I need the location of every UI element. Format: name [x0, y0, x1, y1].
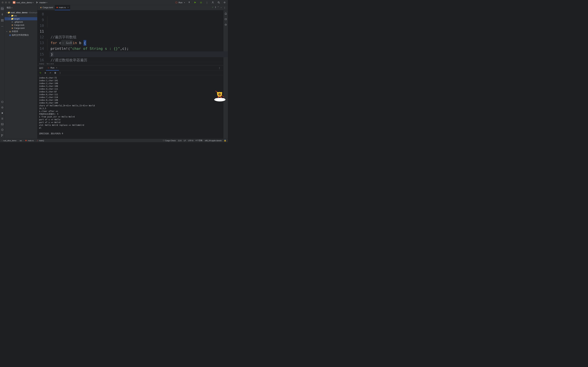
run-panel-options-icon[interactable]: ⋮ — [218, 66, 221, 70]
build-tool-icon[interactable] — [1, 100, 4, 104]
expand-icon[interactable]: ▸ — [9, 15, 11, 17]
more-tools-icon[interactable]: ⋯ — [0, 25, 4, 28]
debug-button[interactable] — [199, 1, 203, 4]
tree-scratches[interactable]: ▧ 临时文件和控制台 — [5, 33, 37, 37]
rust-icon: ⬢ — [25, 140, 27, 142]
tab-label: main.rs — [59, 6, 66, 9]
breadcrumb-file[interactable]: main.rs — [28, 140, 34, 142]
breadcrumb-fn[interactable]: main() — [39, 140, 44, 142]
code-line[interactable]: //遍历字符数组 — [50, 34, 228, 40]
svg-point-3 — [218, 2, 219, 3]
minimize-window-icon[interactable] — [5, 1, 7, 3]
rerun-icon[interactable]: ↻ — [39, 72, 42, 74]
soft-wrap-icon[interactable]: ⤶ — [49, 72, 52, 74]
run-tab-active[interactable]: Run × — [46, 65, 59, 70]
status-indent[interactable]: 4 个空格 — [196, 139, 202, 142]
chevron-down-icon: ▾ — [46, 2, 47, 3]
branch-icon — [36, 1, 38, 4]
tree-root[interactable]: ▾ 📁 rust_slice_demo ~/Desktop/rust — [5, 11, 37, 14]
title-bar: RD rust_slice_demo ▾ master ▾ Run ▾ ⋮ — [0, 0, 228, 5]
tree-src[interactable]: ▸ 📁 src — [5, 14, 37, 17]
status-cargo-check[interactable]: 🛡 Cargo Check — [163, 140, 175, 142]
status-encoding[interactable]: UTF-8 — [188, 140, 193, 142]
expand-icon[interactable]: ▸ — [9, 18, 11, 20]
run-tab-label: Run — [51, 67, 54, 69]
gutter: 8910111213141516 — [37, 10, 46, 62]
search-everywhere-icon[interactable] — [217, 1, 220, 4]
tree-label: Cargo.toml — [14, 27, 25, 29]
vcs-branch-selector[interactable]: master ▾ — [36, 1, 47, 4]
more-actions-icon[interactable]: ⋮ — [205, 1, 208, 4]
next-highlight-icon[interactable]: ⌄ — [220, 6, 222, 8]
updates-icon[interactable] — [188, 1, 191, 4]
commit-tool-icon[interactable] — [0, 13, 4, 16]
stop-icon[interactable]: ■ — [44, 72, 47, 74]
run-button[interactable] — [193, 1, 197, 4]
settings-icon[interactable] — [223, 1, 226, 4]
status-caret-position[interactable]: 11:6 — [178, 140, 182, 142]
breadcrumb-fn[interactable]: main() — [39, 63, 44, 65]
tree-label: Cargo.lock — [14, 24, 24, 26]
cargo-check-label: Cargo Check — [165, 140, 175, 142]
todo-tool-icon[interactable] — [1, 117, 4, 120]
tree-cargo-lock[interactable]: ▣ Cargo.lock — [5, 24, 37, 26]
project-tool-icon[interactable] — [0, 7, 4, 10]
cargo-icon: ▣ — [40, 6, 42, 8]
code-line[interactable]: for c: &u8 in b { — [50, 40, 228, 46]
code-line[interactable]: } — [50, 51, 228, 57]
editor-breadcrumb: main() › for c in b — [37, 62, 228, 65]
inspection-widget[interactable]: ✓ 1 ⌃ ⌄ — [212, 6, 222, 8]
project-badge: RD — [13, 1, 15, 4]
collaborate-icon[interactable] — [211, 1, 215, 4]
console-output[interactable]: index:0,char:72 index:1,char:101 index:2… — [37, 75, 228, 139]
breadcrumb-loop[interactable]: for c in b — [47, 63, 54, 65]
tree-cargo-toml[interactable]: ▣ Cargo.toml — [5, 26, 37, 30]
cargo-icon: ▣ — [11, 24, 13, 26]
breadcrumb-src[interactable]: src — [20, 140, 22, 142]
maximize-window-icon[interactable] — [8, 1, 10, 3]
tab-cargo-toml[interactable]: ▣ Cargo.toml — [38, 5, 55, 10]
project-panel: 项目 ▾ ▾ 📁 rust_slice_demo ~/Desktop/rust … — [5, 5, 37, 139]
code-line[interactable]: //通过数组枚举器遍历 — [50, 57, 228, 62]
code-line[interactable]: println!("char of String s : {}",c); — [50, 46, 228, 51]
status-line-ending[interactable]: LF — [184, 140, 186, 142]
tab-main-rs[interactable]: ⬢ main.rs × — [55, 5, 70, 10]
folder-icon: 📁 — [8, 11, 10, 14]
library-icon: ▤ — [9, 30, 11, 33]
problems-tool-icon[interactable] — [1, 128, 4, 131]
svg-point-1 — [200, 2, 202, 3]
tree-target[interactable]: ▸ 📁 target — [5, 17, 37, 20]
lock-icon[interactable]: 🔒 — [224, 139, 226, 142]
run-tool-icon[interactable] — [1, 111, 4, 115]
project-selector[interactable]: RD rust_slice_demo ▾ — [13, 1, 34, 4]
code-area[interactable]: //遍历字符数组for c: &u8 in b { println!("char… — [46, 10, 228, 62]
tab-actions-icon[interactable]: ⋮ — [223, 6, 226, 9]
toolbar-more-icon[interactable]: ⋮ — [59, 72, 61, 74]
clear-icon[interactable]: 🗑 — [54, 72, 56, 74]
status-breadcrumb: ▫ rust_slice_demo › src › ⬢ main.rs › ƒ … — [2, 140, 44, 142]
breadcrumb-root[interactable]: rust_slice_demo — [3, 140, 17, 142]
status-target[interactable]: x86_64-apple-darwin — [205, 140, 222, 142]
svg-rect-11 — [1, 123, 3, 125]
prev-highlight-icon[interactable]: ⌃ — [217, 6, 219, 8]
tree-gitignore[interactable]: ◎ .gitignore — [5, 20, 37, 24]
tree-path: ~/Desktop/rust — [28, 12, 37, 14]
project-panel-header[interactable]: 项目 ▾ — [5, 5, 37, 10]
svg-rect-7 — [3, 19, 3, 20]
services-tool-icon[interactable] — [1, 106, 4, 109]
editor-area: ▣ Cargo.toml ⬢ main.rs × ⋮ ✓ — [37, 5, 228, 139]
editor-body[interactable]: 8910111213141516 //遍历字符数组for c: &u8 in b… — [37, 10, 228, 62]
status-bar: ▫ rust_slice_demo › src › ⬢ main.rs › ƒ … — [0, 139, 228, 142]
expand-icon[interactable]: ▸ — [7, 31, 9, 32]
close-tab-icon[interactable]: × — [56, 67, 57, 69]
tree-external-libs[interactable]: ▸ ▤ 外部库 — [5, 30, 37, 33]
chevron-right-icon: › — [45, 63, 46, 65]
structure-tool-icon[interactable] — [0, 18, 4, 22]
terminal-tool-icon[interactable] — [1, 123, 4, 126]
close-window-icon[interactable] — [2, 1, 4, 3]
vcs-tool-icon[interactable] — [1, 134, 4, 137]
fn-icon: ƒ — [37, 140, 38, 142]
close-tab-icon[interactable]: × — [68, 6, 69, 9]
run-config-selector[interactable]: Run ▾ — [175, 1, 185, 4]
collapse-icon[interactable]: ▾ — [7, 12, 7, 13]
